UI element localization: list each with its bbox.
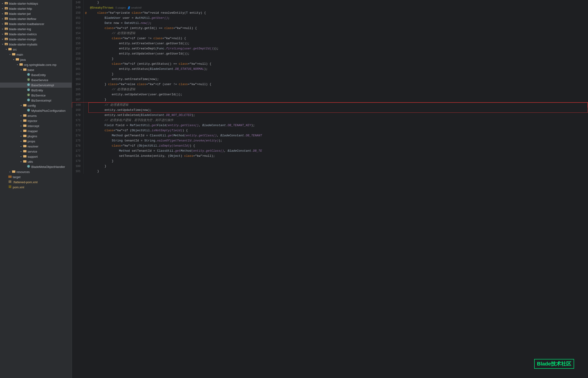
svg-rect-50 (23, 104, 25, 105)
target-folder-icon (8, 175, 12, 179)
code-line: 151 BladeUser user = AuthUtil.getUser(); (72, 15, 588, 21)
tree-arrow: ▾ (16, 63, 19, 66)
line-marker (84, 5, 88, 11)
line-code: entity.setCreateDept(Func.firstLong(user… (88, 46, 588, 51)
sidebar-item-label: BizServiceImpl (31, 99, 51, 102)
tree-arrow: ▸ (1, 27, 4, 30)
svg-text:m: m (6, 28, 7, 30)
line-code: } (88, 0, 588, 5)
tree-arrow: ▾ (19, 68, 23, 71)
folder-icon (23, 129, 27, 133)
module-folder-icon: m (4, 27, 8, 31)
file-tree: ▸mblade-starter-holidays▸mblade-starter-… (0, 0, 72, 378)
sidebar-item-base[interactable]: ▾base (0, 67, 72, 72)
module-folder-icon: m (4, 22, 8, 26)
svg-text:m: m (6, 3, 7, 5)
java-interface-icon: I (27, 93, 31, 97)
tree-arrow: ▸ (19, 140, 23, 143)
sidebar-item-org.springblade.core.mp[interactable]: ▾org.springblade.core.mp (0, 62, 72, 67)
sidebar-item-blade-starter-holidays[interactable]: ▸mblade-starter-holidays (0, 1, 72, 6)
line-marker (84, 133, 88, 138)
sidebar-item-src[interactable]: ▾src (0, 47, 72, 52)
sidebar-item-label: resources (16, 170, 30, 174)
sidebar-item-flattened-pom[interactable]: </>.flattened-pom.xml (0, 179, 72, 185)
line-number: 175 (72, 138, 84, 143)
folder-icon (23, 144, 27, 148)
sidebar-item-mapper[interactable]: ▸mapper (0, 128, 72, 134)
line-number: 163 (72, 77, 84, 82)
sidebar-item-label: MybatisPlusConfiguration (31, 109, 65, 112)
line-number: 161 (72, 67, 84, 72)
sidebar-item-label: blade-starter-holidays (9, 2, 38, 5)
svg-text:C: C (28, 99, 29, 101)
line-code: } (88, 56, 588, 61)
sidebar-item-blade-starter-metrics[interactable]: ▸mblade-starter-metrics (0, 31, 72, 37)
sidebar-item-blade-starter-liteflow[interactable]: ▸mblade-starter-liteflow (0, 16, 72, 21)
line-marker (84, 46, 88, 51)
sidebar-item-target[interactable]: target (0, 174, 72, 179)
sidebar-item-blade-starter-mybatis[interactable]: ▾mblade-starter-mybatis (0, 42, 72, 47)
sidebar-item-BizServiceImpl[interactable]: CBizServiceImpl (0, 98, 72, 103)
sidebar-item-pom[interactable]: mpom.xml (0, 185, 72, 190)
code-line: 150@ class="kw">private class="kw">void … (72, 11, 588, 15)
line-code: // 处理新增逻辑 (88, 31, 588, 36)
tree-arrow: ▾ (5, 48, 8, 51)
code-line: 154 // 处理新增逻辑 (72, 31, 588, 36)
sidebar-item-BizService[interactable]: IBizService (0, 93, 72, 98)
sidebar-item-BladeMetaObjectHandler[interactable]: CBladeMetaObjectHandler (0, 164, 72, 169)
code-line: 172 Field field = ReflectUtil.getField(e… (72, 123, 588, 128)
line-marker (84, 148, 88, 153)
svg-rect-13 (5, 23, 6, 23)
tree-arrow: ▸ (1, 33, 4, 36)
folder-icon (23, 160, 27, 164)
svg-rect-64 (23, 140, 25, 140)
sidebar-item-label: intercept (28, 124, 39, 128)
sidebar-item-intercept[interactable]: ▸intercept (0, 123, 72, 128)
sidebar-item-resolver[interactable]: ▸resolver (0, 144, 72, 149)
tree-arrow: ▸ (19, 130, 23, 132)
folder-icon (15, 57, 19, 62)
line-marker (84, 159, 88, 164)
line-number: 181 (72, 169, 84, 174)
module-folder-icon: m (4, 32, 8, 36)
sidebar-item-support[interactable]: ▸support (0, 154, 72, 159)
sidebar-item-enums[interactable]: ▸enums (0, 113, 72, 118)
sidebar-item-resources[interactable]: ▸resources (0, 169, 72, 174)
sidebar-item-main[interactable]: ▾main (0, 52, 72, 57)
svg-rect-30 (12, 53, 14, 54)
sidebar-item-blade-starter-loadbalancer[interactable]: ▸mblade-starter-loadbalancer (0, 21, 72, 27)
code-line: 179 } (72, 159, 588, 164)
svg-rect-56 (23, 120, 25, 120)
sidebar-item-blade-starter-http[interactable]: ▸mblade-starter-http (0, 6, 72, 11)
sidebar-item-blade-starter-log[interactable]: ▸mblade-starter-log (0, 27, 72, 31)
sidebar-item-label: BaseEntity (31, 73, 46, 77)
line-number: 153 (72, 26, 84, 31)
sidebar-item-config[interactable]: ▾config (0, 103, 72, 108)
sidebar-item-blade-starter-jwt[interactable]: ▸mblade-starter-jwt (0, 11, 72, 16)
sidebar-item-BaseEntity[interactable]: CBaseEntity (0, 72, 72, 78)
sidebar-item-blade-starter-mongo[interactable]: ▸mblade-starter-mongo (0, 37, 72, 42)
sidebar-item-BaseService[interactable]: IBaseService (0, 78, 72, 82)
tree-arrow: ▸ (8, 170, 12, 173)
svg-rect-28 (8, 48, 10, 48)
folder-icon (12, 53, 16, 57)
code-line: 178 setTenantId.invoke(entity, (Object) … (72, 153, 588, 159)
sidebar-item-injector[interactable]: ▸injector (0, 118, 72, 123)
java-class-icon: C (27, 73, 31, 77)
line-number: 165 (72, 87, 84, 92)
sidebar-item-service[interactable]: ▸service (0, 149, 72, 154)
line-code: Date now = DateUtil.now(); (88, 21, 588, 26)
code-line: 160 class="kw">if (entity.getStatus() ==… (72, 61, 588, 67)
sidebar-item-BaseServiceImpl[interactable]: CBaseServiceImpl (0, 82, 72, 88)
sidebar-item-MybatisPlusConfiguration[interactable]: CMybatisPlusConfiguration (0, 108, 72, 113)
sidebar-item-utils[interactable]: ▸utils (0, 159, 72, 164)
folder-icon (23, 68, 27, 72)
code-line: 181 } (72, 169, 588, 174)
sidebar-item-plugins[interactable]: ▸plugins (0, 134, 72, 139)
sidebar-item-label: enums (28, 114, 37, 118)
svg-rect-4 (5, 7, 6, 8)
sidebar-item-props[interactable]: ▸props (0, 139, 72, 144)
sidebar-item-label: blade-starter-liteflow (9, 17, 36, 21)
sidebar-item-java[interactable]: ▾java (0, 57, 72, 62)
sidebar-item-BizEntity[interactable]: CBizEntity (0, 88, 72, 93)
